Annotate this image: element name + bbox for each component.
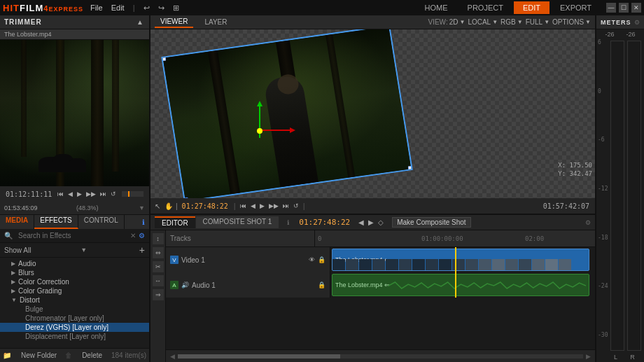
editor-settings-btn[interactable]: ⚙: [585, 219, 591, 226]
tab-editor[interactable]: EDITOR: [155, 216, 195, 228]
full-mode-dropdown[interactable]: FULL ▼: [526, 18, 550, 26]
category-color-grading[interactable]: ▶ Color Grading: [0, 286, 149, 295]
tab-home[interactable]: HOME: [416, 1, 457, 14]
tab-composite-shot[interactable]: COMPOSITE SHOT 1: [196, 216, 279, 228]
trimmer-next-frame-btn[interactable]: ▶▶: [85, 190, 97, 198]
gizmo-center-dot[interactable]: [257, 128, 262, 134]
editor-info-btn[interactable]: ℹ: [287, 219, 289, 226]
viewer-select-tool[interactable]: ↖: [153, 202, 162, 210]
tab-media[interactable]: MEDIA: [0, 215, 34, 229]
audio-mute-btn[interactable]: 🔊: [181, 281, 189, 288]
trimmer-prev-frame-btn[interactable]: ◀: [66, 190, 74, 198]
undo-icon[interactable]: ↩: [144, 4, 150, 13]
tree-trunk-4: [112, 40, 119, 172]
timeline-tool-5[interactable]: ⇒: [153, 289, 164, 300]
tab-layer[interactable]: LAYER: [199, 17, 232, 27]
category-distort[interactable]: ▼ Distort: [0, 295, 149, 305]
trimmer-zoom-label[interactable]: (48.3%): [76, 204, 99, 211]
effects-search-bar: 🔍 ✕ ⚙: [0, 229, 149, 243]
video-clip[interactable]: The Lobster.mp4 ⇐: [332, 249, 589, 271]
timeline-tool-3[interactable]: ✂: [153, 261, 164, 272]
timeline-tool-4[interactable]: ↔: [153, 275, 164, 286]
trimmer-play-start-btn[interactable]: ⏮: [56, 190, 65, 198]
tab-control[interactable]: CONTROL: [78, 215, 125, 229]
viewer-prev-frame-btn[interactable]: ◀: [249, 202, 257, 210]
trimmer-play-btn[interactable]: ▶: [76, 190, 83, 198]
options-dropdown[interactable]: OPTIONS ▼: [552, 18, 591, 26]
viewer-loop-btn[interactable]: ↺: [292, 202, 300, 210]
scale-n30: -30: [598, 332, 608, 338]
menu-edit-item[interactable]: Edit: [111, 4, 125, 13]
audio-clip[interactable]: The Lobster.mp4 ⇐: [332, 274, 589, 296]
make-composite-shot-button[interactable]: Make Composite Shot: [392, 217, 470, 228]
thumb-9: [439, 259, 451, 271]
delete-button[interactable]: Delete: [79, 351, 105, 360]
coords-display: X: 175.50 Y: 342.47: [558, 161, 592, 179]
trimmer-zoom-expand[interactable]: ▼: [139, 204, 145, 211]
effects-settings-icon[interactable]: ℹ: [138, 215, 149, 229]
timeline-scroll-left[interactable]: ◀: [170, 353, 175, 360]
handle-bl[interactable]: [182, 197, 188, 198]
trimmer-loop-btn[interactable]: ↺: [109, 190, 118, 198]
show-all-chevron[interactable]: ▼: [80, 246, 87, 253]
redo-icon[interactable]: ↪: [158, 4, 164, 13]
trimmer-title: TRIMMER: [4, 18, 135, 26]
editor-next-marker[interactable]: ▶: [368, 218, 374, 226]
viewer-next-frame-btn[interactable]: ▶▶: [267, 202, 280, 210]
tab-project[interactable]: PROJECT: [458, 1, 512, 14]
tab-edit[interactable]: EDIT: [514, 1, 550, 14]
effect-chromenator[interactable]: Chromenator [Layer only]: [0, 314, 149, 323]
rgb-mode-dropdown[interactable]: RGB ▼: [500, 18, 523, 26]
effects-settings-btn[interactable]: ⚙: [139, 232, 145, 239]
meter-bottom-labels: L R: [605, 352, 644, 362]
audio-lock-btn[interactable]: 🔒: [318, 281, 326, 288]
tab-viewer[interactable]: VIEWER: [155, 16, 193, 28]
timeline-scrollbar[interactable]: [178, 354, 583, 358]
editor-add-marker[interactable]: ◇: [378, 218, 384, 226]
effects-search-input[interactable]: [15, 231, 127, 240]
viewer-play-start-btn[interactable]: ⏮: [239, 202, 248, 210]
viewer-play-btn[interactable]: ▶: [258, 202, 266, 210]
menu-items: File Edit | ↩ ↪ ⊞: [90, 4, 416, 13]
editor-tabs: EDITOR COMPOSITE SHOT 1: [155, 216, 279, 228]
video-visibility-btn[interactable]: 👁: [309, 256, 315, 263]
color-correction-caret: ▶: [11, 279, 15, 285]
delete-icon: 🗑: [65, 351, 72, 359]
timeline-tool-1[interactable]: ↕: [153, 233, 164, 244]
category-audio[interactable]: ▶ Audio: [0, 259, 149, 268]
meters-settings-btn[interactable]: ⚙: [634, 19, 640, 26]
minimize-button[interactable]: —: [606, 3, 616, 13]
menu-file[interactable]: File: [90, 4, 103, 13]
effects-add-btn[interactable]: +: [139, 244, 145, 256]
effect-bulge[interactable]: Bulge: [0, 305, 149, 314]
trimmer-play-end-btn[interactable]: ⏭: [99, 190, 108, 198]
tab-export[interactable]: EXPORT: [551, 1, 601, 14]
tab-effects[interactable]: EFFECTS: [34, 215, 78, 229]
trimmer-timeline[interactable]: [122, 191, 144, 197]
trimmer-expand-icon[interactable]: ▲: [135, 18, 145, 27]
video-playhead: [455, 247, 456, 272]
editor-prev-marker[interactable]: ◀: [358, 218, 364, 226]
thumb-1: [332, 259, 345, 271]
close-button[interactable]: ✕: [631, 3, 641, 13]
viewer-hand-tool[interactable]: ✋: [163, 202, 174, 210]
effects-search-clear[interactable]: ✕: [130, 232, 136, 239]
category-color-correction[interactable]: ▶ Color Correction: [0, 277, 149, 286]
local-mode-dropdown[interactable]: LOCAL ▼: [468, 18, 498, 26]
meter-channel-labels: -26 -26: [596, 29, 644, 39]
viewer-canvas[interactable]: X: 175.50 Y: 342.47: [150, 29, 595, 198]
blurs-caret: ▶: [11, 270, 15, 276]
window-controls: — ☐ ✕: [606, 3, 641, 13]
thumb-5: [386, 259, 398, 271]
category-blurs[interactable]: ▶ Blurs: [0, 268, 149, 277]
new-folder-button[interactable]: New Folder: [18, 351, 59, 360]
view-mode-dropdown[interactable]: VIEW: 2D ▼: [428, 18, 465, 26]
viewer-play-end-btn[interactable]: ⏭: [281, 202, 290, 210]
timeline-scroll-right[interactable]: ▶: [586, 353, 591, 360]
video-lock-btn[interactable]: 🔒: [318, 256, 326, 263]
timeline-tool-2[interactable]: ⇔: [153, 247, 164, 258]
effect-displacement[interactable]: Displacement [Layer only]: [0, 332, 149, 341]
maximize-button[interactable]: ☐: [619, 3, 629, 13]
grid-icon[interactable]: ⊞: [173, 4, 179, 13]
effect-derez[interactable]: Derez (VGHS) [Layer only]: [0, 323, 149, 332]
